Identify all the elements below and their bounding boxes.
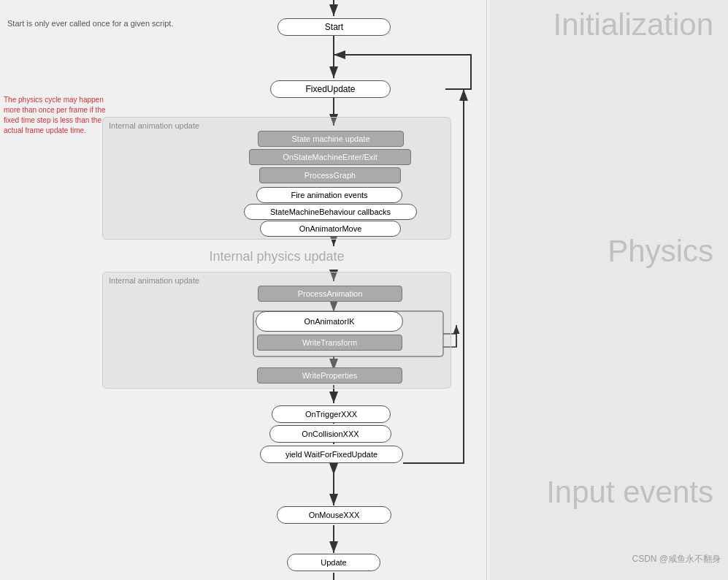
physics-note: The physics cycle may happen more than o… [4,95,110,136]
physics-note-text: The physics cycle may happen more than o… [4,96,106,134]
node-on-animator-move: OnAnimatorMove [260,221,401,237]
diagram-area: Start is only ever called once for a giv… [0,0,489,580]
node-process-animation: ProcessAnimation [258,286,402,302]
label-initialization: Initialization [553,7,713,42]
main-container: Start is only ever called once for a giv… [0,0,728,580]
node-update: Update [287,554,380,571]
node-on-state-machine: OnStateMachineEnter/Exit [249,149,411,165]
section-anim-label-1: Internal animation update [109,121,199,130]
watermark: CSDN @咸鱼永不翻身 [632,553,721,565]
section-anim-update-1: Internal animation update State machine … [102,117,451,240]
label-input: Input events [546,475,713,510]
node-fire-animation: Fire animation events [256,187,402,203]
node-fixedupdate: FixedUpdate [270,80,391,98]
right-panel: Initialization Physics Input events CSDN… [489,0,728,580]
node-on-animator-ik: OnAnimatorIK [256,311,403,332]
physics-update-area: Internal physics update [102,245,451,268]
node-write-properties: WriteProperties [257,367,402,384]
node-on-collision: OnCollisionXXX [269,425,391,443]
node-process-graph: ProcessGraph [259,167,401,183]
section-anim-label-2: Internal animation update [109,276,199,285]
node-on-mouse: OnMouseXXX [277,506,391,524]
node-on-trigger: OnTriggerXXX [272,405,391,423]
node-yield-wait: yield WaitForFixedUpdate [260,446,403,463]
node-state-machine-behaviour: StateMachineBehaviour callbacks [244,204,417,220]
node-state-machine-update: State machine update [258,131,404,147]
init-note: Start is only ever called once for a giv… [7,19,173,28]
physics-update-label: Internal physics update [209,249,344,264]
divider [486,0,487,580]
section-anim-update-2: Internal animation update ProcessAnimati… [102,272,451,389]
label-physics: Physics [608,234,713,269]
node-write-transform: WriteTransform [257,335,402,351]
node-start: Start [277,18,391,36]
